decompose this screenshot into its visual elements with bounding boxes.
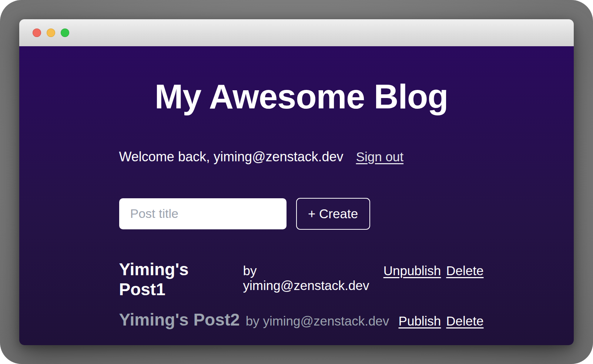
post-title: Yiming's Post2 [119, 310, 240, 330]
close-button[interactable] [33, 28, 41, 37]
sign-out-link[interactable]: Sign out [356, 149, 403, 164]
welcome-message: Welcome back, yiming@zenstack.dev [119, 149, 344, 165]
minimize-button[interactable] [47, 28, 55, 37]
post-actions: Publish Delete [399, 314, 484, 328]
post-info: Yiming's Post2 by yiming@zenstack.dev [119, 310, 389, 330]
publish-link[interactable]: Publish [399, 314, 441, 328]
screen-backdrop: My Awesome Blog Welcome back, yiming@zen… [0, 0, 593, 364]
content-container: My Awesome Blog Welcome back, yiming@zen… [119, 46, 484, 330]
app-window: My Awesome Blog Welcome back, yiming@zen… [19, 19, 574, 345]
post-info: Yiming's Post1 by yiming@zenstack.dev [119, 259, 383, 299]
create-post-form: + Create [119, 198, 484, 230]
delete-link[interactable]: Delete [446, 314, 483, 328]
page-background: My Awesome Blog Welcome back, yiming@zen… [19, 46, 574, 345]
post-byline: by yiming@zenstack.dev [243, 263, 383, 293]
screenshot-stage: My Awesome Blog Welcome back, yiming@zen… [0, 0, 593, 364]
post-actions: Unpublish Delete [383, 263, 484, 278]
window-titlebar[interactable] [19, 19, 574, 46]
create-post-button[interactable]: + Create [296, 198, 370, 230]
unpublish-link[interactable]: Unpublish [383, 263, 441, 278]
post-list: Yiming's Post1 by yiming@zenstack.dev Un… [119, 259, 484, 330]
page-title: My Awesome Blog [119, 77, 484, 117]
post-row: Yiming's Post1 by yiming@zenstack.dev Un… [119, 259, 484, 299]
session-bar: Welcome back, yiming@zenstack.dev Sign o… [119, 149, 484, 165]
post-byline: by yiming@zenstack.dev [246, 314, 389, 328]
delete-link[interactable]: Delete [446, 263, 483, 278]
post-title-input[interactable] [119, 198, 287, 229]
post-row: Yiming's Post2 by yiming@zenstack.dev Pu… [119, 310, 484, 330]
post-title: Yiming's Post1 [119, 259, 237, 299]
traffic-light-group [33, 28, 69, 37]
zoom-button[interactable] [61, 28, 69, 37]
